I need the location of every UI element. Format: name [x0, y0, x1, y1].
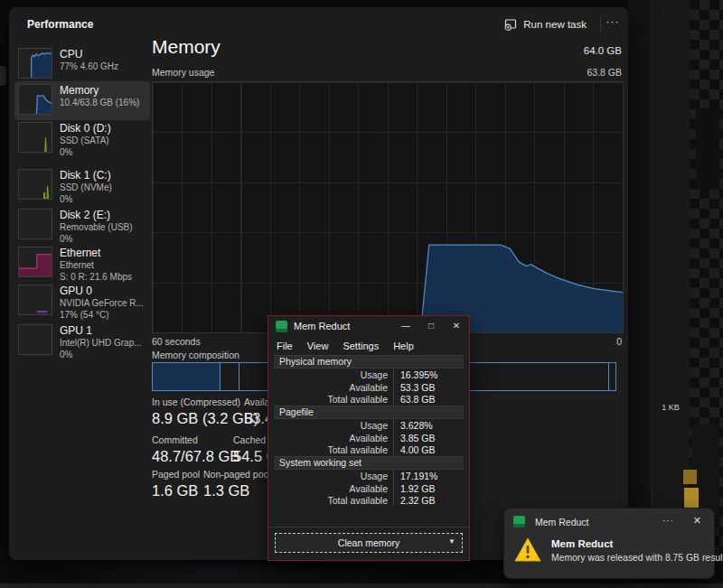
row-label: Total available — [274, 444, 393, 455]
row-label: Available — [274, 483, 393, 494]
sidebar-item-disk0[interactable]: Disk 0 (D:) SSD (SATA) 0% — [14, 119, 150, 163]
warning-icon — [513, 537, 542, 564]
toast-header: Mem Reduct ··· ✕ — [504, 509, 714, 532]
stat-label: In use (Compressed) — [152, 397, 258, 407]
sidebar-item-title: CPU — [60, 48, 118, 61]
button-separator — [268, 527, 469, 527]
stat-non-paged-pool: Non-paged pool 1.3 GB — [203, 469, 271, 499]
sidebar-item-title: Disk 1 (C:) — [60, 169, 112, 182]
sidebar-item-type: SSD (NVMe) — [60, 182, 112, 193]
sidebar-item-type: Removable (USB) — [60, 221, 133, 233]
sidebar-item-disk1[interactable]: Disk 1 (C:) SSD (NVMe) 0% — [14, 166, 150, 210]
stat-row: Total available 4.00 GB — [274, 443, 464, 456]
toast-title: Mem Reduct — [551, 538, 613, 549]
disk0-mini-graph — [18, 122, 52, 153]
graph-max-label: 63.8 GB — [587, 67, 622, 78]
sidebar-item-stats: 77% 4.60 GHz — [60, 61, 118, 72]
pixelated-block — [696, 108, 719, 190]
chevron-down-icon[interactable]: ▼ — [448, 537, 455, 546]
stat-row: Available 53.3 GB — [274, 381, 464, 394]
desktop-fragment — [684, 488, 699, 509]
sidebar-item-stats: 0% — [60, 193, 112, 205]
toast-app-name: Mem Reduct — [535, 517, 589, 527]
stat-value: 1.6 GB — [152, 482, 200, 499]
memory-page-title: Memory — [152, 36, 221, 58]
sidebar-item-stats: 10.4/63.8 GB (16%) — [60, 97, 139, 108]
page-title: Performance — [27, 18, 93, 31]
row-label: Usage — [274, 471, 393, 481]
cpu-mini-graph — [18, 48, 52, 79]
memory-usage-label: Memory usage — [152, 67, 214, 78]
row-label: Usage — [274, 369, 393, 380]
task-manager-titlebar[interactable]: Performance Run new task ··· — [9, 7, 628, 42]
background-scale-label: 1 KB — [651, 403, 690, 412]
screen: 1 KB Performance Run new task ··· — [0, 0, 723, 588]
sidebar-item-stats: 0% — [60, 146, 111, 158]
stat-label: Committed — [152, 434, 239, 445]
menu-help[interactable]: Help — [393, 341, 414, 351]
toast-more-icon[interactable]: ··· — [662, 516, 674, 526]
section-header-pagefile: Pagefile — [274, 406, 464, 419]
toast-message: Memory was released with 8.75 GB result. — [551, 553, 723, 563]
row-label: Usage — [274, 420, 393, 431]
taskbar-edge — [0, 583, 723, 588]
gpu1-mini-graph — [18, 324, 52, 355]
row-label: Available — [274, 382, 393, 393]
memreduct-window: Mem Reduct — □ ✕ File View Settings Help… — [268, 315, 470, 561]
sidebar-item-memory[interactable]: Memory 10.4/63.8 GB (16%) — [14, 81, 150, 120]
row-value: 1.92 GB — [393, 482, 464, 495]
memory-total: 64.0 GB — [584, 45, 622, 56]
stat-row: Total available 2.32 GB — [274, 495, 464, 508]
minimize-button[interactable]: — — [393, 316, 418, 336]
sidebar-item-title: Disk 0 (D:) — [60, 122, 111, 135]
more-options-icon[interactable]: ··· — [603, 15, 623, 28]
row-value: 63.8 GB — [393, 393, 464, 406]
sidebar-item-title: GPU 0 — [60, 285, 144, 297]
sidebar-item-stats: 0% — [60, 349, 142, 360]
sidebar-item-gpu0[interactable]: GPU 0 NVIDIA GeForce R... 17% (54 °C) — [14, 282, 150, 324]
clean-memory-label: Clean memory — [338, 537, 399, 548]
menu-settings[interactable]: Settings — [343, 341, 379, 351]
row-value: 3.85 GB — [393, 432, 464, 444]
row-value: 17.191% — [393, 470, 464, 482]
header-separator — [600, 16, 601, 33]
memory-usage-graph — [152, 81, 624, 333]
ethernet-mini-graph — [18, 247, 52, 277]
menu-view[interactable]: View — [307, 341, 329, 351]
composition-free-divider — [608, 363, 609, 390]
maximize-button[interactable]: □ — [418, 316, 444, 336]
stat-row: Usage 17.191% — [274, 470, 464, 482]
stat-row: Usage 3.628% — [274, 419, 464, 432]
row-value: 4.00 GB — [393, 443, 464, 456]
row-value: 2.32 GB — [393, 495, 464, 508]
row-label: Total available — [274, 495, 393, 506]
sidebar-item-gpu1[interactable]: GPU 1 Intel(R) UHD Grap... 0% — [14, 322, 150, 364]
composition-in-use-segment — [153, 363, 221, 390]
stat-value: 48.7/67.8 GB — [152, 448, 239, 465]
memreduct-menubar: File View Settings Help — [268, 336, 469, 355]
memory-usage-area-chart — [153, 82, 623, 332]
stat-paged-pool: Paged pool 1.6 GB — [152, 469, 200, 499]
notification-toast: Mem Reduct ··· ✕ Mem Reduct Memory was r… — [503, 508, 715, 579]
stat-row: Available 1.92 GB — [274, 482, 464, 495]
sidebar-item-title: Memory — [60, 84, 139, 97]
memreduct-titlebar[interactable]: Mem Reduct — □ ✕ — [268, 316, 469, 336]
close-button[interactable]: ✕ — [444, 316, 469, 336]
memory-mini-graph — [18, 84, 52, 115]
sidebar-item-cpu[interactable]: CPU 77% 4.60 GHz — [14, 45, 150, 82]
x-axis-right-label: 0 — [616, 336, 622, 347]
sidebar-item-ethernet[interactable]: Ethernet Ethernet S: 0 R: 21.6 Mbps — [14, 244, 150, 286]
sidebar-item-type: NVIDIA GeForce R... — [60, 297, 144, 309]
row-value: 3.628% — [393, 419, 464, 432]
menu-file[interactable]: File — [277, 341, 293, 351]
disk1-mini-graph — [18, 169, 52, 200]
toast-close-icon[interactable]: ✕ — [693, 515, 701, 527]
stat-value: 1.3 GB — [203, 482, 271, 499]
composition-modified-divider — [239, 363, 239, 390]
sidebar-item-type: Intel(R) UHD Grap... — [60, 337, 142, 349]
clean-memory-button[interactable]: Clean memory ▼ — [275, 533, 463, 553]
x-axis-left-label: 60 seconds — [152, 336, 201, 347]
sidebar-item-stats: 17% (54 °C) — [60, 309, 144, 321]
run-new-task-button[interactable]: Run new task — [495, 14, 596, 35]
stat-row: Total available 63.8 GB — [274, 393, 464, 406]
